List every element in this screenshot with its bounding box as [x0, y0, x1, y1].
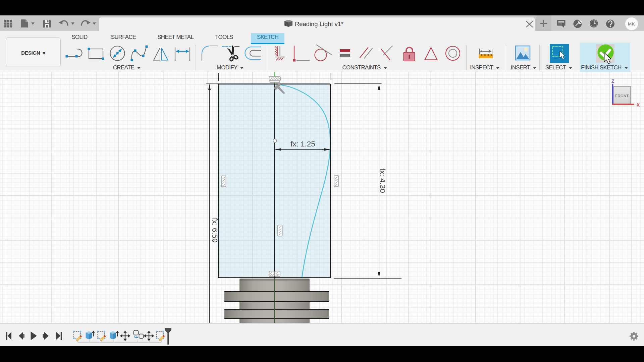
svg-text:FRONT: FRONT — [615, 94, 629, 98]
svg-text:fx: 4.30: fx: 4.30 — [378, 168, 387, 193]
svg-text:X: X — [637, 102, 640, 108]
svg-text:fx: 6.50: fx: 6.50 — [211, 218, 219, 243]
svg-text:fx: 1.25: fx: 1.25 — [290, 140, 315, 148]
svg-text:MK: MK — [628, 21, 635, 26]
svg-text:Z: Z — [611, 78, 614, 84]
svg-text:Reading Light v1*: Reading Light v1* — [295, 20, 343, 27]
